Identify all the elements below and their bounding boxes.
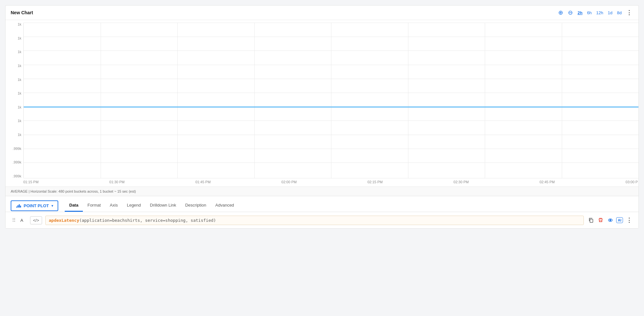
y-label-10: .999k — [8, 161, 21, 164]
y-label-0: 1k — [8, 23, 21, 26]
tab-drilldown[interactable]: Drilldown Link — [145, 199, 181, 212]
grid-v-7 — [638, 23, 639, 178]
x-label-3: 02:00 PM — [282, 180, 297, 184]
tab-description[interactable]: Description — [181, 199, 211, 212]
svg-rect-1 — [17, 205, 18, 208]
grid-h-11 — [24, 178, 638, 178]
chart-header: New Chart ⊕ ⊖ 2h 6h 12h 1d 8d ⋮ — [6, 6, 638, 20]
plot-type-chevron-icon: ▾ — [51, 204, 53, 208]
query-text[interactable]: apdexLatency(application=beachshirts, se… — [45, 216, 584, 225]
tab-legend[interactable]: Legend — [122, 199, 145, 212]
trash-icon — [598, 218, 603, 223]
query-fn-name: apdexLatency — [49, 218, 79, 223]
y-label-7: 1k — [8, 119, 21, 123]
chart-inner: 1k 1k 1k 1k 1k 1k 1k 1k 1k .999k .999k .… — [6, 23, 638, 178]
chart-container: New Chart ⊕ ⊖ 2h 6h 12h 1d 8d ⋮ 1k 1k 1k… — [5, 5, 639, 229]
y-label-5: 1k — [8, 92, 21, 95]
copy-icon — [588, 218, 594, 223]
svg-rect-2 — [19, 204, 20, 208]
chart-title: New Chart — [11, 10, 33, 15]
delete-button[interactable] — [597, 216, 605, 224]
plot-type-label: POINT PLOT — [24, 203, 49, 208]
time-12h-button[interactable]: 12h — [595, 10, 605, 16]
tab-format[interactable]: Format — [83, 199, 105, 212]
time-6h-button[interactable]: 6h — [586, 10, 593, 16]
grid-v-2 — [254, 23, 255, 178]
copy-button[interactable] — [587, 216, 595, 224]
x-label-7: 03:00 P — [626, 180, 638, 184]
grid-v-3 — [331, 23, 331, 178]
grid-v-0 — [101, 23, 101, 178]
ai-label: AI — [618, 218, 621, 222]
grid-v-1 — [177, 23, 178, 178]
grid-v-5 — [485, 23, 485, 178]
x-label-2: 01:45 PM — [195, 180, 211, 184]
y-label-9: .999k — [8, 147, 21, 151]
drag-handle-icon[interactable]: ⠿ — [11, 217, 17, 223]
point-plot-icon — [16, 203, 22, 208]
y-label-4: 1k — [8, 78, 21, 82]
zoom-out-button[interactable]: ⊖ — [567, 9, 574, 17]
tab-axis[interactable]: Axis — [105, 199, 122, 212]
plot-icon — [16, 203, 22, 208]
tab-advanced[interactable]: Advanced — [211, 199, 239, 212]
y-label-3: 1k — [8, 64, 21, 68]
eye-icon — [608, 218, 613, 223]
row-label-a: A — [20, 218, 27, 223]
x-label-4: 02:15 PM — [367, 180, 383, 184]
grid-lines — [24, 23, 638, 178]
x-label-0: 01:15 PM — [23, 180, 39, 184]
x-label-5: 02:30 PM — [453, 180, 469, 184]
y-label-11: .999k — [8, 175, 21, 178]
tab-data[interactable]: Data — [65, 199, 83, 212]
chart-footer: AVERAGE | Horizontal Scale: 480 point bu… — [6, 186, 638, 196]
time-1d-button[interactable]: 1d — [606, 10, 614, 16]
chart-plot — [23, 23, 638, 178]
ai-button[interactable]: AI — [616, 217, 623, 223]
time-8d-button[interactable]: 8d — [616, 10, 623, 16]
data-series-line — [24, 107, 638, 107]
x-label-1: 01:30 PM — [109, 180, 125, 184]
svg-point-6 — [610, 220, 611, 221]
x-label-6: 02:45 PM — [539, 180, 555, 184]
x-axis: 01:15 PM 01:30 PM 01:45 PM 02:00 PM 02:1… — [23, 178, 638, 186]
svg-rect-4 — [590, 219, 593, 222]
chart-area: 1k 1k 1k 1k 1k 1k 1k 1k 1k .999k .999k .… — [6, 20, 638, 186]
zoom-in-button[interactable]: ⊕ — [557, 9, 565, 17]
svg-rect-3 — [20, 206, 21, 208]
plot-type-button[interactable]: POINT PLOT ▾ — [11, 200, 58, 211]
chart-footer-text: AVERAGE | Horizontal Scale: 480 point bu… — [11, 189, 136, 193]
row-actions: AI ⋮ — [587, 215, 633, 225]
chart-more-button[interactable]: ⋮ — [625, 9, 633, 16]
time-2h-button[interactable]: 2h — [576, 10, 584, 16]
tabs-row: POINT PLOT ▾ Data Format Axis Legend Dri… — [6, 196, 638, 212]
y-label-8: 1k — [8, 133, 21, 137]
row-more-button[interactable]: ⋮ — [625, 215, 633, 225]
query-params: (application=beachshirts, service=shoppi… — [79, 218, 216, 223]
y-label-6: 1k — [8, 106, 21, 109]
eye-button[interactable] — [606, 216, 614, 224]
grid-v-4 — [408, 23, 408, 178]
svg-rect-0 — [16, 207, 17, 208]
grid-v-6 — [562, 23, 562, 178]
data-row: ⠿ A </> apdexLatency(application=beachsh… — [6, 212, 638, 228]
y-label-2: 1k — [8, 50, 21, 54]
code-toggle-button[interactable]: </> — [30, 216, 42, 224]
y-axis: 1k 1k 1k 1k 1k 1k 1k 1k 1k .999k .999k .… — [6, 23, 23, 178]
chart-controls: ⊕ ⊖ 2h 6h 12h 1d 8d ⋮ — [557, 9, 633, 17]
y-label-1: 1k — [8, 37, 21, 40]
